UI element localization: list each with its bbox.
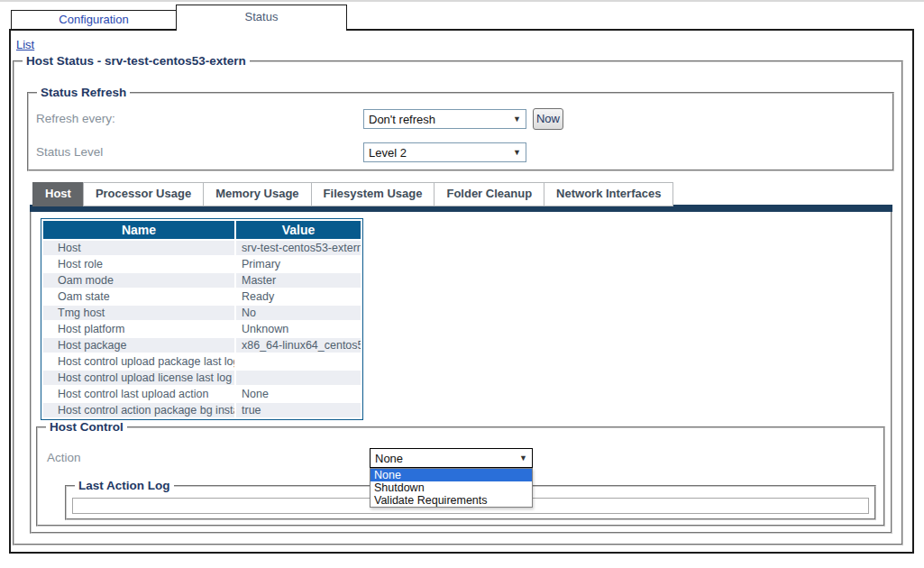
row-value: None — [236, 387, 361, 401]
row-name: Host control action package bg install — [43, 403, 234, 417]
table-row: Host control last upload actionNone — [43, 387, 361, 401]
row-value: Unknown — [236, 322, 361, 336]
table-row: Host control upload license last log — [43, 371, 361, 385]
refresh-every-label: Refresh every: — [36, 112, 115, 125]
row-value — [236, 371, 361, 385]
tab-host[interactable]: Host — [32, 182, 84, 206]
row-name: Host platform — [43, 322, 234, 336]
action-option-shutdown[interactable]: Shutdown — [371, 481, 532, 494]
action-dropdown-list: None Shutdown Validate Requirements — [370, 468, 533, 508]
tab-memory-usage[interactable]: Memory Usage — [203, 182, 311, 206]
row-value: true — [236, 403, 361, 417]
row-value: Ready — [236, 289, 361, 304]
now-button[interactable]: Now — [533, 108, 563, 130]
list-link[interactable]: List — [16, 38, 34, 51]
tab-status[interactable]: Status — [176, 5, 347, 31]
table-row: Hostsrv-test-centos53-extern — [43, 241, 361, 255]
table-row: Oam modeMaster — [43, 273, 361, 288]
table-row: Oam stateReady — [43, 289, 361, 304]
row-name: Host — [43, 241, 234, 255]
table-row: Tmg hostNo — [43, 306, 361, 320]
row-name: Host control last upload action — [43, 387, 234, 401]
row-name: Host control upload license last log — [43, 371, 234, 385]
row-name: Tmg host — [43, 306, 234, 320]
table-row: Host rolePrimary — [43, 257, 361, 271]
tab-folder-cleanup[interactable]: Folder Cleanup — [434, 182, 544, 206]
tab-network-interfaces[interactable]: Network Interfaces — [544, 182, 673, 206]
row-value — [236, 354, 361, 369]
host-status-table: Name Value Hostsrv-test-centos53-extern … — [41, 218, 363, 420]
refresh-every-value: Don't refresh — [369, 113, 435, 126]
action-label: Action — [47, 451, 81, 464]
chevron-down-icon: ▼ — [519, 453, 527, 463]
row-name: Oam mode — [43, 273, 234, 288]
chevron-down-icon: ▼ — [513, 148, 521, 157]
top-divider — [0, 0, 924, 2]
host-control-legend: Host Control — [46, 420, 127, 434]
refresh-every-select[interactable]: Don't refresh ▼ — [363, 109, 526, 129]
row-value: No — [236, 306, 361, 320]
action-select-value: None — [375, 452, 403, 465]
table-header-row: Name Value — [43, 221, 361, 239]
table-row: Host control upload package last log — [43, 354, 361, 369]
row-value: Primary — [236, 257, 361, 271]
tab-processor-usage[interactable]: Processor Usage — [83, 182, 204, 206]
status-level-value: Level 2 — [369, 146, 407, 160]
table-row: Host packagex86_64-linux64_centos5 — [43, 338, 361, 353]
tab-filesystem-usage[interactable]: Filesystem Usage — [311, 182, 435, 206]
action-option-validate-requirements[interactable]: Validate Requirements — [371, 494, 532, 507]
row-value: x86_64-linux64_centos5 — [236, 338, 361, 353]
status-tab-bar: Host Processor Usage Memory Usage Filesy… — [32, 182, 672, 206]
row-name: Host role — [43, 257, 234, 271]
action-option-none[interactable]: None — [371, 469, 532, 481]
table-row: Host platformUnknown — [43, 322, 361, 336]
table-row: Host control action package bg installtr… — [43, 403, 361, 417]
tab-configuration[interactable]: Configuration — [11, 10, 177, 30]
row-value: Master — [236, 273, 361, 288]
row-name: Oam state — [43, 289, 234, 304]
status-level-label: Status Level — [36, 145, 103, 159]
row-value: srv-test-centos53-extern — [236, 241, 361, 255]
row-name: Host package — [43, 338, 234, 353]
last-action-log-legend: Last Action Log — [75, 479, 174, 492]
column-header-name: Name — [43, 221, 234, 239]
host-status-legend: Host Status - srv-test-centos53-extern — [23, 54, 250, 68]
status-refresh-legend: Status Refresh — [37, 86, 130, 99]
status-level-select[interactable]: Level 2 ▼ — [363, 142, 526, 162]
action-select[interactable]: None ▼ — [370, 448, 533, 468]
chevron-down-icon: ▼ — [513, 115, 521, 124]
column-header-value: Value — [236, 221, 361, 239]
tab-configuration-label: Configuration — [59, 13, 128, 26]
row-name: Host control upload package last log — [43, 354, 234, 369]
tab-status-label: Status — [245, 10, 279, 23]
